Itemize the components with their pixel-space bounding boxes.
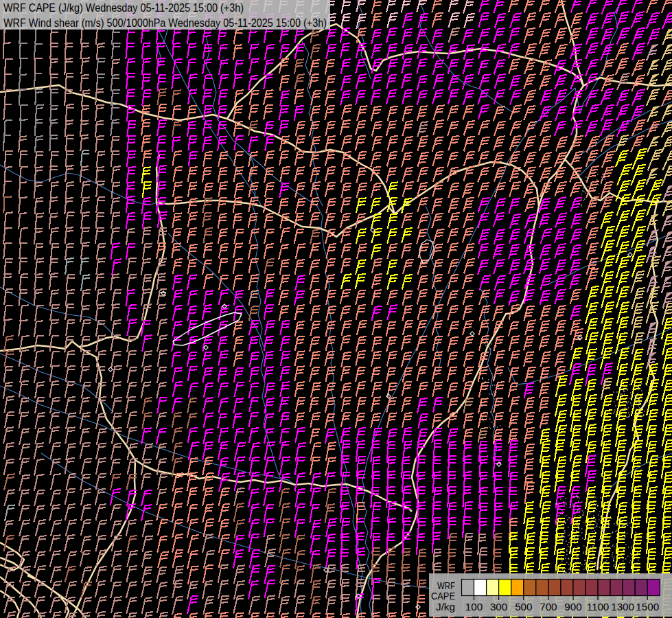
- svg-text:300: 300: [490, 601, 507, 613]
- svg-text:WRF CAPE (J/kg) Wednesday 05-1: WRF CAPE (J/kg) Wednesday 05-11-2025 15:…: [3, 1, 244, 14]
- svg-text:900: 900: [564, 601, 581, 613]
- svg-text:J/kg: J/kg: [436, 601, 455, 613]
- svg-text:CAPE: CAPE: [431, 590, 455, 602]
- svg-text:700: 700: [540, 601, 557, 613]
- svg-text:1300: 1300: [611, 601, 634, 613]
- svg-text:WRF Wind shear (m/s) 500/1000h: WRF Wind shear (m/s) 500/1000hPa Wednesd…: [3, 16, 327, 29]
- svg-text:500: 500: [515, 601, 532, 613]
- svg-text:1500: 1500: [636, 601, 659, 613]
- svg-text:1100: 1100: [587, 601, 610, 613]
- svg-text:100: 100: [465, 601, 483, 613]
